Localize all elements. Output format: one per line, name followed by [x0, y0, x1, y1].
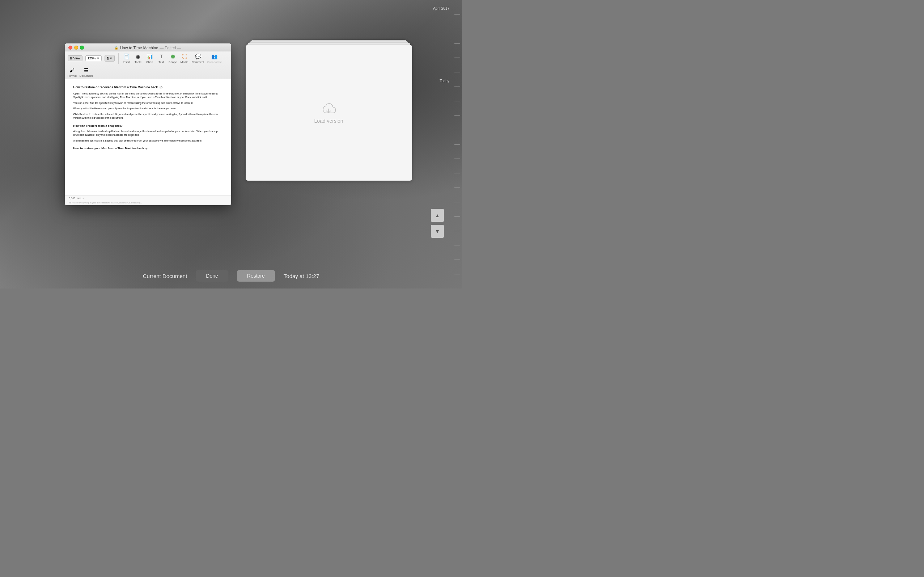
- media-label: Media: [180, 60, 188, 64]
- document-label: Document: [80, 74, 93, 77]
- lock-icon: 🔒: [114, 46, 118, 50]
- timeline-tick: [455, 216, 460, 217]
- timeline-tick: [455, 29, 460, 29]
- doc-paragraph-3: When you find the file you can press Spa…: [74, 107, 222, 111]
- load-version-text: Load version: [314, 118, 343, 124]
- window-titlebar: 🔒 How to Time Machine — Edited —: [65, 44, 231, 52]
- nav-arrows: ▲ ▼: [431, 209, 444, 238]
- nav-down-button[interactable]: ▼: [431, 225, 444, 238]
- paragraph-style-button[interactable]: ¶ ▼: [104, 55, 115, 61]
- timeline-tick: [455, 87, 460, 87]
- doc-paragraph-4: Click Restore to restore the selected fi…: [74, 113, 222, 120]
- document-content[interactable]: How to restore or recover a file from a …: [65, 79, 231, 195]
- collaborate-label: Collaborate: [207, 60, 222, 64]
- traffic-lights: [68, 46, 84, 50]
- comment-icon: 💬: [194, 53, 202, 60]
- bottom-bar: Current Document Done Restore Today at 1…: [0, 263, 462, 288]
- chart-label: Chart: [146, 60, 153, 64]
- separator: [118, 53, 119, 64]
- timeline: [451, 0, 462, 288]
- timeline-tick: [455, 72, 460, 73]
- doc-footer: 3,169 words: [65, 195, 231, 201]
- chevron-down-icon: ▼: [109, 57, 112, 60]
- maximize-button[interactable]: [80, 46, 84, 50]
- shape-tool[interactable]: ⬟ Shape: [169, 53, 177, 64]
- format-icon: 🖌: [67, 67, 76, 74]
- timeline-tick: [455, 144, 460, 145]
- document-tool[interactable]: ☰ Document: [80, 67, 93, 77]
- text-label: Text: [159, 60, 164, 64]
- media-icon: ⛶: [180, 53, 189, 60]
- current-document-label: Current Document: [143, 273, 187, 279]
- shape-label: Shape: [169, 60, 177, 64]
- zoom-value: 125%: [88, 56, 96, 60]
- table-icon: ▦: [134, 53, 143, 60]
- view-label: View: [74, 56, 80, 60]
- window-title: 🔒 How to Time Machine — Edited —: [114, 46, 181, 50]
- insert-icon: 📄: [122, 53, 131, 60]
- toolbar: ⊞ View 125% ▼ ¶ ▼ 📄 Insert ▦ Table 📊: [65, 52, 231, 79]
- date-april-label: April 2017: [433, 6, 449, 11]
- timeline-tick: [455, 116, 460, 116]
- timeline-tick: [455, 44, 460, 44]
- timeline-tick: [455, 158, 460, 159]
- load-version-icon: [321, 102, 336, 115]
- restore-button[interactable]: Restore: [237, 270, 275, 282]
- view-button[interactable]: ⊞ View: [67, 55, 82, 61]
- chevron-down-icon: ▼: [96, 57, 100, 60]
- edited-label: — Edited —: [159, 46, 181, 50]
- timeline-tick: [455, 202, 460, 202]
- zoom-control[interactable]: 125% ▼: [85, 55, 102, 61]
- collaborate-icon: 👥: [210, 53, 219, 60]
- doc-heading-2: How can I restore from a snapshot?: [74, 124, 222, 128]
- text-tool[interactable]: T Text: [157, 53, 166, 64]
- insert-tool[interactable]: 📄 Insert: [122, 53, 131, 64]
- timeline-tick: [455, 259, 460, 260]
- version-card-main[interactable]: Load version: [246, 45, 412, 181]
- chart-tool[interactable]: 📊 Chart: [145, 53, 154, 64]
- nav-up-button[interactable]: ▲: [431, 209, 444, 222]
- timeline-tick: [455, 173, 460, 173]
- doc-paragraph-5: A bright red tick mark is a backup that …: [74, 130, 222, 137]
- overflow-text: To restore everything in your Time Machi…: [65, 201, 231, 205]
- word-count: 3,169: [69, 197, 76, 200]
- doc-paragraph-1: Open Time Machine by clicking on the ico…: [74, 92, 222, 100]
- doc-heading-1: How to restore or recover a file from a …: [74, 85, 222, 90]
- insert-label: Insert: [123, 60, 130, 64]
- paragraph-icon: ¶: [107, 56, 109, 60]
- documents-area: 🔒 How to Time Machine — Edited — ⊞ View …: [32, 40, 444, 256]
- comment-tool[interactable]: 💬 Comment: [192, 53, 204, 64]
- doc-paragraph-6: A dimmed red tick mark is a backup that …: [74, 139, 222, 143]
- version-stack: Load version: [246, 40, 412, 185]
- timeline-tick: [455, 245, 460, 245]
- load-version-content: Load version: [314, 102, 343, 124]
- close-button[interactable]: [68, 46, 72, 50]
- timeline-tick: [455, 187, 460, 188]
- doc-heading-3: How to restore your Mac from a Time Mach…: [74, 146, 222, 151]
- chart-icon: 📊: [145, 53, 154, 60]
- collaborate-tool[interactable]: 👥 Collaborate: [207, 53, 222, 64]
- text-icon: T: [157, 53, 166, 60]
- grid-icon: ⊞: [70, 56, 73, 60]
- table-label: Table: [135, 60, 141, 64]
- done-button[interactable]: Done: [196, 270, 228, 282]
- content-fade: [65, 188, 231, 195]
- pages-window: 🔒 How to Time Machine — Edited — ⊞ View …: [65, 44, 231, 205]
- version-timestamp: Today at 13:27: [284, 273, 319, 279]
- timeline-tick: [455, 231, 460, 231]
- word-count-label: words: [77, 197, 84, 200]
- doc-paragraph-2: You can either find the specific files y…: [74, 102, 222, 105]
- shape-icon: ⬟: [169, 53, 177, 60]
- comment-label: Comment: [192, 60, 204, 64]
- minimize-button[interactable]: [74, 46, 78, 50]
- table-tool[interactable]: ▦ Table: [134, 53, 143, 64]
- title-text: How to Time Machine: [120, 46, 158, 50]
- timeline-tick: [455, 101, 460, 102]
- format-label: Format: [67, 74, 77, 77]
- timeline-tick: [455, 15, 460, 15]
- media-tool[interactable]: ⛶ Media: [180, 53, 189, 64]
- format-tool[interactable]: 🖌 Format: [67, 67, 77, 77]
- document-icon: ☰: [82, 67, 90, 74]
- timeline-tick: [455, 58, 460, 58]
